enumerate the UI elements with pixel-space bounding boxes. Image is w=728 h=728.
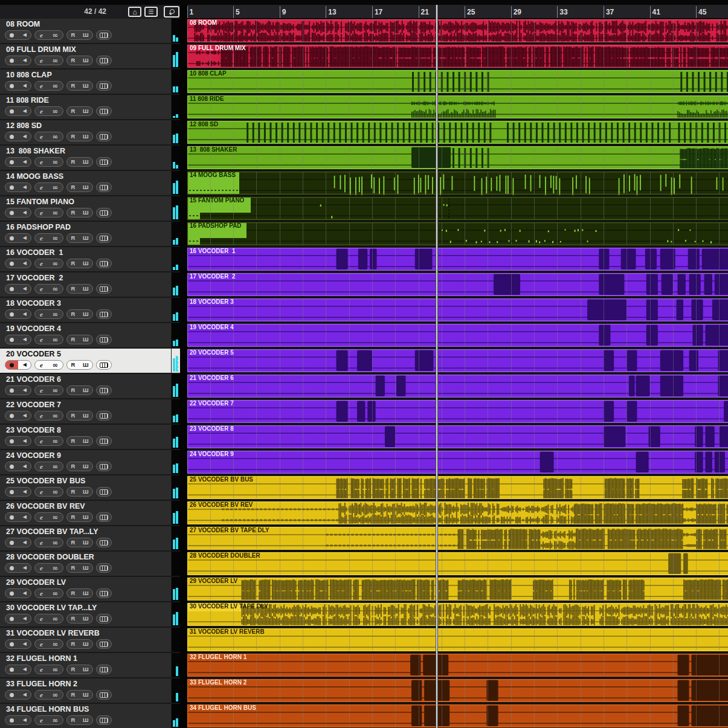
track-visibility-home-button[interactable]: ⌂ [128,7,141,17]
read-write-group[interactable]: RШ [66,81,93,91]
channel-strip-button[interactable] [96,208,112,217]
read-write-group[interactable]: RШ [66,588,93,598]
record-monitor-group[interactable]: ◀ [5,411,31,420]
edit-channel-icon[interactable]: e [40,489,43,495]
read-automation-icon[interactable]: R [71,337,75,343]
monitor-icon[interactable]: ◀ [23,210,27,215]
record-arm-icon[interactable] [10,642,14,646]
channel-strip-icon[interactable] [100,210,108,216]
write-automation-icon[interactable]: Ш [83,717,89,723]
record-arm-icon[interactable] [10,388,14,393]
inserts-bypass-icon[interactable]: ∞ [53,438,58,445]
read-write-group[interactable]: RШ [66,512,93,522]
inserts-bypass-icon[interactable]: ∞ [53,413,58,419]
track-header-10[interactable]: 10 808 CLAP◀e∞RШ [0,69,180,94]
write-automation-icon[interactable]: Ш [83,413,89,419]
record-monitor-group[interactable]: ◀ [5,588,31,598]
record-arm-icon[interactable] [10,363,14,367]
write-automation-icon[interactable]: Ш [83,57,89,63]
read-automation-icon[interactable]: R [71,717,75,723]
read-automation-icon[interactable]: R [71,159,75,165]
channel-strip-icon[interactable] [100,286,108,292]
read-automation-icon[interactable]: R [71,260,75,266]
edit-inserts-group[interactable]: e∞ [34,284,63,294]
edit-inserts-group[interactable]: e∞ [34,360,63,370]
monitor-icon[interactable]: ◀ [23,489,27,494]
channel-strip-icon[interactable] [100,58,108,63]
clip[interactable]: 15 FANTOM PIANO [187,196,728,221]
read-write-group[interactable]: RШ [66,665,93,674]
track-header-30[interactable]: 30 VOCODER LV TAP...LY◀e∞RШ [0,602,180,627]
clip[interactable]: 26 VOCODER BV REV [187,501,728,525]
read-automation-icon[interactable]: R [71,362,75,368]
edit-channel-icon[interactable]: e [40,184,43,191]
channel-strip-icon[interactable] [100,185,108,190]
inserts-bypass-icon[interactable]: ∞ [53,362,58,369]
clip[interactable]: 22 VOCODER 7 [187,399,728,424]
edit-inserts-group[interactable]: e∞ [34,385,63,395]
channel-strip-icon[interactable] [100,667,108,672]
edit-channel-icon[interactable]: e [40,57,43,64]
track-resize-handle[interactable] [178,351,179,371]
edit-channel-icon[interactable]: e [40,108,43,115]
edit-channel-icon[interactable]: e [40,514,43,521]
edit-inserts-group[interactable]: e∞ [34,30,63,40]
inserts-bypass-icon[interactable]: ∞ [53,514,58,521]
track-header-20[interactable]: 20 VOCODER 5◀e∞RШ [0,349,180,373]
clip[interactable]: 30 VOCODER LV TAPE DLY [187,602,728,627]
write-automation-icon[interactable]: Ш [83,134,89,140]
edit-channel-icon[interactable]: e [40,540,43,546]
clip[interactable]: 11 808 RIDE [187,95,728,119]
edit-inserts-group[interactable]: e∞ [34,690,63,700]
track-header-21[interactable]: 21 VOCODER 6◀e∞RШ [0,374,180,398]
edit-inserts-group[interactable]: e∞ [34,106,63,116]
clip[interactable]: 16 PADSHOP PAD [187,222,728,246]
inserts-bypass-icon[interactable]: ∞ [53,489,58,495]
write-automation-icon[interactable]: Ш [83,32,89,38]
monitor-icon[interactable]: ◀ [23,439,27,443]
write-automation-icon[interactable]: Ш [83,438,89,444]
track-header-18[interactable]: 18 VOCODER 3◀e∞RШ [0,298,180,322]
record-monitor-group[interactable]: ◀ [5,462,31,471]
read-automation-icon[interactable]: R [71,413,75,419]
record-monitor-group[interactable]: ◀ [5,563,31,573]
read-write-group[interactable]: RШ [66,639,93,649]
channel-strip-icon[interactable] [100,718,108,723]
monitor-icon[interactable]: ◀ [23,464,27,469]
edit-inserts-group[interactable]: e∞ [34,81,63,91]
inserts-bypass-icon[interactable]: ∞ [53,184,58,191]
track-header-15[interactable]: 15 FANTOM PIANO◀e∞RШ [0,196,180,221]
edit-inserts-group[interactable]: e∞ [34,538,63,547]
read-automation-icon[interactable]: R [71,235,75,241]
monitor-icon[interactable]: ◀ [23,83,27,88]
edit-channel-icon[interactable]: e [40,286,43,292]
channel-strip-button[interactable] [96,512,112,522]
read-write-group[interactable]: RШ [66,284,93,294]
read-write-group[interactable]: RШ [66,385,93,395]
clip[interactable]: 21 VOCODER 6 [187,374,728,398]
record-monitor-group[interactable]: ◀ [5,665,31,674]
edit-inserts-group[interactable]: e∞ [34,614,63,623]
read-automation-icon[interactable]: R [71,616,75,622]
read-write-group[interactable]: RШ [66,462,93,471]
record-arm-icon[interactable] [10,439,14,443]
write-automation-icon[interactable]: Ш [83,108,89,114]
edit-inserts-group[interactable]: e∞ [34,259,63,268]
monitor-icon[interactable]: ◀ [23,185,27,190]
monitor-icon[interactable]: ◀ [23,337,27,342]
monitor-icon[interactable]: ◀ [23,515,27,520]
clip[interactable]: 23 VOCODER 8 [187,425,728,449]
channel-strip-button[interactable] [96,639,112,649]
read-automation-icon[interactable]: R [71,108,75,114]
edit-channel-icon[interactable]: e [40,717,43,724]
read-write-group[interactable]: RШ [66,157,93,167]
record-monitor-group[interactable]: ◀ [5,233,31,243]
write-automation-icon[interactable]: Ш [83,590,89,596]
write-automation-icon[interactable]: Ш [83,362,89,368]
record-monitor-group[interactable]: ◀ [5,81,31,91]
clip[interactable]: 13 808 SHAKER [187,146,728,170]
read-write-group[interactable]: RШ [66,132,93,141]
clip[interactable]: 20 VOCODER 5 [187,349,728,373]
channel-strip-icon[interactable] [100,464,108,469]
edit-inserts-group[interactable]: e∞ [34,411,63,420]
